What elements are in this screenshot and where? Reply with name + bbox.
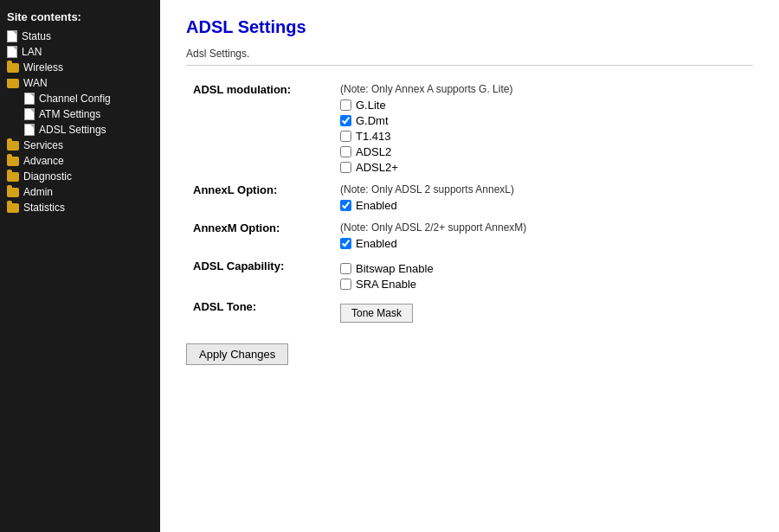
sidebar-item-advance[interactable]: Advance [0,153,160,169]
sidebar-label-services: Services [23,139,63,151]
label-adsl-modulation: ADSL modulation: [186,80,333,180]
label-annexl: AnnexL Option: [186,180,333,218]
label-bitswap: Bitswap Enable [356,262,434,275]
doc-icon [7,46,17,58]
sidebar-item-status[interactable]: Status [0,29,160,44]
checkbox-row-g-dmt: G.Dmt [340,114,746,127]
tone-mask-button[interactable]: Tone Mask [340,304,413,323]
sidebar-item-statistics[interactable]: Statistics [0,200,160,215]
sidebar-title: Site contents: [0,7,160,29]
value-annexm: (Note: Only ADSL 2/2+ support AnnexM) En… [333,218,753,256]
apply-changes-button[interactable]: Apply Changes [186,343,288,365]
label-g-lite: G.Lite [356,99,386,112]
sidebar-item-services[interactable]: Services [0,138,160,153]
divider [186,65,753,66]
checkbox-adsl2[interactable] [340,146,351,157]
doc-icon [7,30,17,42]
sidebar-label-advance: Advance [23,155,64,167]
checkbox-t1-413[interactable] [340,131,351,142]
doc-icon [24,124,35,136]
sidebar-label-wireless: Wireless [23,61,63,74]
checkbox-row-annexm-enabled: Enabled [340,237,746,250]
sidebar-label-channel-config: Channel Config [39,93,111,105]
label-sra: SRA Enable [356,278,416,291]
checkbox-sra[interactable] [340,279,351,290]
table-row-tone: ADSL Tone: Tone Mask [186,297,753,326]
sidebar-item-channel-config[interactable]: Channel Config [0,91,160,106]
checkbox-row-t1-413: T1.413 [340,130,746,143]
label-annexl-enabled: Enabled [356,199,397,212]
sidebar-label-wan: WAN [23,77,48,89]
table-row-capability: ADSL Capability: Bitswap Enable SRA Enab… [186,256,753,297]
label-adsl-tone: ADSL Tone: [186,297,333,326]
sidebar-label-admin: Admin [23,186,53,198]
label-g-dmt: G.Dmt [356,114,389,127]
checkbox-annexl-enabled[interactable] [340,200,351,211]
checkbox-g-lite[interactable] [340,99,351,111]
main-content: ADSL Settings Adsl Settings. ADSL modula… [160,0,779,532]
open-folder-icon [7,79,19,88]
checkbox-bitswap[interactable] [340,263,351,274]
sidebar-item-diagnostic[interactable]: Diagnostic [0,169,160,184]
sidebar-item-lan[interactable]: LAN [0,44,160,60]
checkbox-row-annexl-enabled: Enabled [340,199,746,212]
folder-icon [7,157,19,166]
note-modulation: (Note: Only Annex A supports G. Lite) [340,83,746,95]
settings-table: ADSL modulation: (Note: Only Annex A sup… [186,80,753,326]
table-row-annexl: AnnexL Option: (Note: Only ADSL 2 suppor… [186,180,753,218]
table-row-modulation: ADSL modulation: (Note: Only Annex A sup… [186,80,753,180]
doc-icon [24,108,35,120]
checkbox-row-sra: SRA Enable [340,278,746,291]
sidebar-item-wan[interactable]: WAN [0,75,160,91]
checkbox-row-adsl2: ADSL2 [340,145,746,158]
label-annexm-enabled: Enabled [356,237,397,250]
value-annexl: (Note: Only ADSL 2 supports AnnexL) Enab… [333,180,753,218]
checkbox-annexm-enabled[interactable] [340,238,351,249]
sidebar-item-adsl-settings[interactable]: ADSL Settings [0,122,160,138]
table-row-annexm: AnnexM Option: (Note: Only ADSL 2/2+ sup… [186,218,753,256]
sidebar-label-diagnostic: Diagnostic [23,170,72,183]
note-annexm: (Note: Only ADSL 2/2+ support AnnexM) [340,221,746,234]
label-capability: ADSL Capability: [186,256,333,297]
checkbox-adsl2plus[interactable] [340,162,351,173]
sidebar: Site contents: Status LAN Wireless WAN C… [0,0,160,532]
label-annexm: AnnexM Option: [186,218,333,256]
sidebar-label-atm-settings: ATM Settings [39,108,100,120]
folder-icon [7,203,19,213]
sidebar-label-status: Status [22,30,51,42]
label-adsl2plus: ADSL2+ [356,161,398,174]
page-subtitle: Adsl Settings. [186,48,753,60]
folder-icon [7,188,19,197]
sidebar-label-statistics: Statistics [23,202,65,214]
sidebar-item-wireless[interactable]: Wireless [0,60,160,75]
folder-icon [7,63,19,73]
sidebar-label-adsl-settings: ADSL Settings [39,124,106,136]
note-annexl: (Note: Only ADSL 2 supports AnnexL) [340,183,746,195]
folder-icon [7,141,19,151]
doc-icon [24,93,35,105]
checkbox-row-bitswap: Bitswap Enable [340,262,746,275]
value-capability: Bitswap Enable SRA Enable [333,256,753,297]
page-title: ADSL Settings [186,17,753,37]
checkbox-row-adsl2plus: ADSL2+ [340,161,746,174]
folder-icon [7,172,19,182]
label-t1-413: T1.413 [356,130,390,143]
label-adsl2: ADSL2 [356,145,391,158]
sidebar-item-admin[interactable]: Admin [0,184,160,200]
value-adsl-modulation: (Note: Only Annex A supports G. Lite) G.… [333,80,753,180]
sidebar-label-lan: LAN [22,46,42,58]
checkbox-g-dmt[interactable] [340,115,351,126]
sidebar-item-atm-settings[interactable]: ATM Settings [0,106,160,122]
checkbox-row-g-lite: G.Lite [340,99,746,112]
value-adsl-tone: Tone Mask [333,297,753,326]
